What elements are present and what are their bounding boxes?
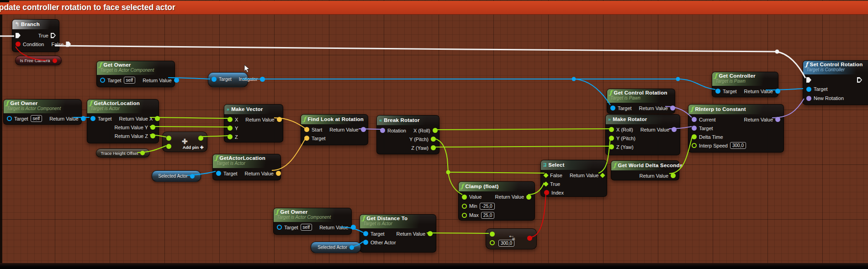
return-pin[interactable] <box>775 117 780 122</box>
min-pin[interactable] <box>462 204 467 209</box>
target-pin[interactable] <box>692 126 697 131</box>
return-pin[interactable] <box>672 127 677 132</box>
return-z-pin[interactable] <box>150 133 155 138</box>
return-pin[interactable] <box>174 78 179 83</box>
node-get-instigator-compact[interactable]: Target Instigator <box>208 72 248 87</box>
node-make-vector[interactable]: » Make Vector X Return Value Y Z <box>224 104 283 142</box>
z-yaw-pin[interactable] <box>609 144 614 149</box>
add-output-pin[interactable] <box>198 136 203 141</box>
return-pin[interactable] <box>81 116 86 121</box>
object-out-pin[interactable] <box>349 245 354 250</box>
z-pin[interactable] <box>228 134 233 139</box>
y-pitch-pin[interactable] <box>609 136 614 141</box>
return-x-pin[interactable] <box>155 116 160 121</box>
object-out-pin[interactable] <box>190 174 195 179</box>
variable-trace-height-offset[interactable]: Trace Height Offset <box>96 148 150 158</box>
z-yaw-pin[interactable] <box>431 145 436 150</box>
target-pin[interactable] <box>7 116 12 121</box>
x-roll-pin[interactable] <box>433 128 438 133</box>
bool-out-pin[interactable] <box>53 58 57 63</box>
return-pin[interactable] <box>428 231 433 236</box>
target-pin[interactable] <box>715 89 720 94</box>
current-pin[interactable] <box>692 117 697 122</box>
target-pin[interactable] <box>610 105 615 111</box>
node-get-actor-location-2[interactable]: ƒ GetActorLocation Target is Actor Targe… <box>212 154 281 180</box>
node-get-owner-top[interactable]: ƒ Get Owner Target is Actor Component Ta… <box>96 61 175 87</box>
add-input-b-pin[interactable] <box>166 144 171 149</box>
node-rinterp-to-constant[interactable]: ƒ RInterp to Constant Current Return Val… <box>688 104 784 153</box>
value-pin[interactable] <box>462 195 467 200</box>
node-get-control-rotation[interactable]: ƒ Get Control Rotation Target is Pawn Ta… <box>607 89 675 114</box>
min-field[interactable]: -25,0 <box>480 203 495 210</box>
y-pitch-pin[interactable] <box>431 137 436 142</box>
float-out-pin[interactable] <box>140 151 145 155</box>
new-rotation-pin[interactable] <box>806 96 811 101</box>
return-pin[interactable] <box>277 117 282 122</box>
compare-input-a-pin[interactable] <box>490 232 495 237</box>
condition-pin[interactable] <box>16 42 21 47</box>
x-pin[interactable] <box>228 117 233 122</box>
variable-is-free-camera[interactable]: Is Free Camera <box>15 56 62 65</box>
add-pin-button[interactable]: Add pin ✚ <box>183 145 204 150</box>
compare-output-pin[interactable] <box>527 236 532 241</box>
node-clamp-float[interactable]: ƒ Clamp (float) Value Return Value Min -… <box>458 181 535 221</box>
variable-selected-actor-b[interactable]: Selected Actor <box>311 242 361 253</box>
node-branch[interactable]: ↰ Branch True Condition False <box>12 19 59 52</box>
variable-selected-actor-a[interactable]: Selected Actor <box>152 170 201 182</box>
blueprint-graph-canvas[interactable]: update controller rotation to face selec… <box>0 0 868 269</box>
false-pin[interactable] <box>543 173 548 178</box>
start-pin[interactable] <box>304 127 309 132</box>
delta-time-pin[interactable] <box>692 134 697 139</box>
node-get-actor-location-1[interactable]: ƒ GetActorLocation Target is Actor Targe… <box>87 99 159 143</box>
node-select[interactable]: Ǝ Select False Return Value True Index <box>540 160 607 197</box>
return-pin[interactable] <box>351 225 356 230</box>
return-y-pin[interactable] <box>150 125 155 130</box>
target-pin[interactable] <box>100 78 105 83</box>
compare-input-b-pin[interactable] <box>490 240 495 245</box>
index-pin[interactable] <box>544 190 549 195</box>
node-break-rotator[interactable]: « Break Rotator Rotation X (Roll) Y (Pit… <box>376 115 439 154</box>
target-pin[interactable] <box>304 136 309 141</box>
node-make-rotator[interactable]: » Make Rotator X (Roll) Return Value Y (… <box>605 114 680 155</box>
true-exec-pin[interactable] <box>51 33 56 38</box>
interp-speed-field[interactable]: 300,0 <box>730 142 746 149</box>
return-pin[interactable] <box>361 127 366 132</box>
y-pin[interactable] <box>228 126 233 131</box>
target-pin[interactable] <box>277 225 282 230</box>
interp-speed-pin[interactable] <box>692 143 697 148</box>
false-exec-pin[interactable] <box>66 42 71 47</box>
add-input-a-pin[interactable] <box>166 136 171 141</box>
target-pin[interactable] <box>216 171 221 176</box>
node-get-owner-left[interactable]: ƒ Get Owner Target is Actor Component Ta… <box>3 99 82 125</box>
node-less-equal-compare[interactable]: 300,0 ←= <box>486 228 537 249</box>
self-field[interactable]: self <box>301 224 312 231</box>
target-pin[interactable] <box>212 77 217 82</box>
node-get-owner-bottom[interactable]: ƒ Get Owner Target is Actor Component Ta… <box>273 208 352 235</box>
node-get-distance-to[interactable]: ƒ Get Distance To Target is Actor Target… <box>360 214 436 253</box>
node-find-look-at-rotation[interactable]: ƒ Find Look at Rotation Start Return Val… <box>301 114 368 145</box>
exec-in-pin[interactable] <box>806 77 811 83</box>
x-roll-pin[interactable] <box>609 127 614 132</box>
instigator-pin[interactable] <box>260 77 265 82</box>
max-field[interactable]: 25,0 <box>481 212 494 219</box>
other-actor-pin[interactable] <box>363 240 368 245</box>
node-get-world-delta-seconds[interactable]: ƒ Get World Delta Seconds Return Value <box>611 160 679 180</box>
node-get-controller[interactable]: ƒ Get Controller Target is Pawn Target R… <box>712 72 778 97</box>
return-pin[interactable] <box>775 89 780 94</box>
comment-header[interactable]: update controller rotation to face selec… <box>0 1 868 15</box>
exec-out-pin[interactable] <box>857 77 862 83</box>
return-pin[interactable] <box>600 173 605 178</box>
self-field[interactable]: self <box>124 77 136 84</box>
node-add[interactable]: ✚ Add pin ✚ <box>162 132 207 152</box>
return-pin[interactable] <box>526 195 531 200</box>
return-pin[interactable] <box>671 173 676 178</box>
target-pin[interactable] <box>90 116 95 121</box>
return-pin[interactable] <box>276 171 281 176</box>
target-pin[interactable] <box>806 87 811 92</box>
node-set-control-rotation[interactable]: ƒ Set Control Rotation Target is Control… <box>803 60 868 105</box>
self-field[interactable]: self <box>31 115 42 122</box>
rotation-pin[interactable] <box>380 128 385 133</box>
target-pin[interactable] <box>363 231 368 236</box>
max-pin[interactable] <box>462 213 467 218</box>
exec-in-pin[interactable] <box>16 33 21 38</box>
